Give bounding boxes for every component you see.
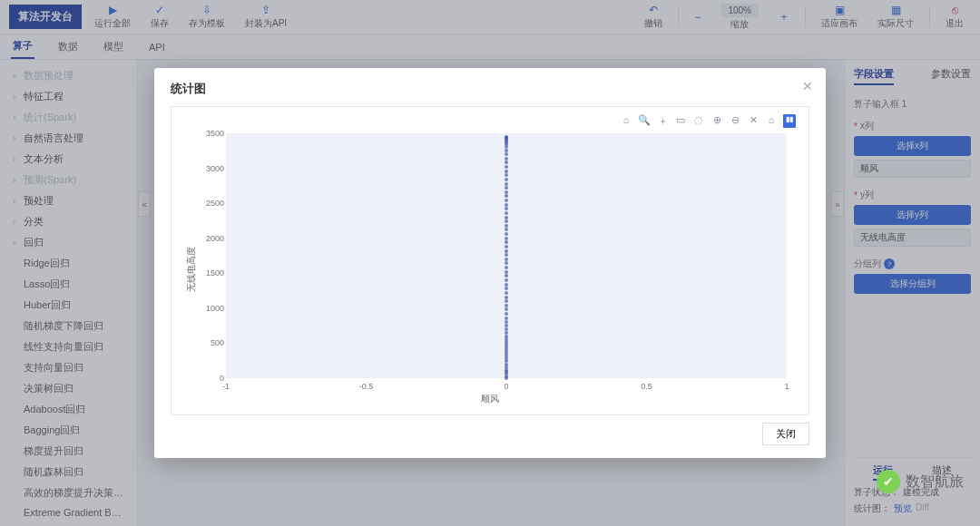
plus-icon[interactable]: ＋ — [656, 114, 669, 128]
close-button[interactable]: 关闭 — [762, 423, 809, 445]
zoom-icon[interactable]: 🔍 — [638, 114, 651, 128]
zoom-out-icon[interactable]: ⊖ — [729, 114, 741, 128]
lasso-icon[interactable]: ◌ — [692, 114, 705, 128]
chart-modal: 统计图 ✕ ⌂ 🔍 ＋ ▭ ◌ ⊕ ⊖ ✕ ⌂ ▮▮ 0500100015002… — [154, 68, 826, 458]
plotly-logo[interactable]: ▮▮ — [783, 114, 796, 128]
modal-title: 统计图 — [171, 81, 809, 97]
close-icon[interactable]: ✕ — [802, 79, 813, 93]
scatter-plot[interactable]: 0500100015002000250030003500-1-0.500.51无… — [184, 130, 796, 409]
camera-icon[interactable]: ⌂ — [620, 114, 632, 128]
home-icon[interactable]: ⌂ — [765, 114, 778, 128]
modal-overlay: 统计图 ✕ ⌂ 🔍 ＋ ▭ ◌ ⊕ ⊖ ✕ ⌂ ▮▮ 0500100015002… — [0, 0, 980, 526]
zoom-in-icon[interactable]: ⊕ — [710, 114, 723, 128]
box-select-icon[interactable]: ▭ — [674, 114, 687, 128]
chart-container: ⌂ 🔍 ＋ ▭ ◌ ⊕ ⊖ ✕ ⌂ ▮▮ 0500100015002000250… — [171, 106, 809, 415]
chart-toolbar: ⌂ 🔍 ＋ ▭ ◌ ⊕ ⊖ ✕ ⌂ ▮▮ — [184, 114, 796, 128]
autoscale-icon[interactable]: ✕ — [747, 114, 760, 128]
